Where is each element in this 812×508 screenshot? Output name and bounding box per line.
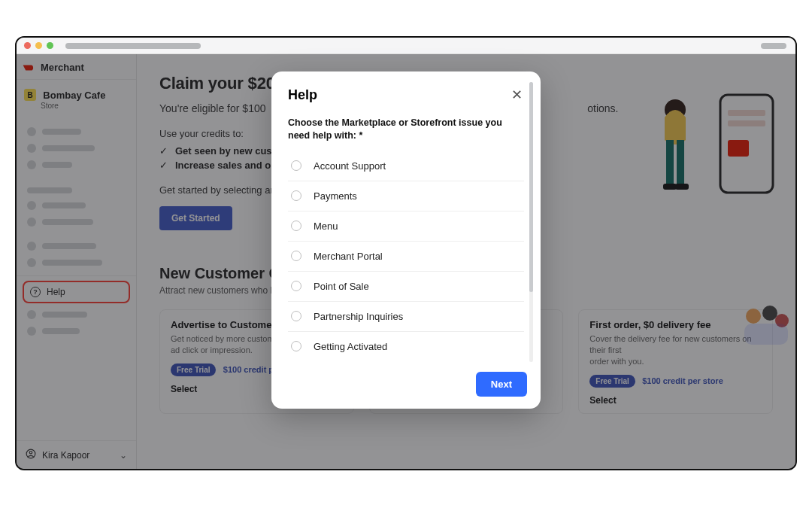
option-label: Getting Activated bbox=[314, 341, 387, 352]
modal-title: Help bbox=[288, 87, 317, 103]
radio-icon bbox=[291, 160, 301, 171]
help-options-list: Account Support Payments Menu Merchant P… bbox=[288, 151, 524, 361]
modal-prompt: Choose the Marketplace or Storefront iss… bbox=[288, 117, 524, 142]
help-option-getting-activated[interactable]: Getting Activated bbox=[288, 332, 524, 361]
option-label: Partnership Inquiries bbox=[314, 311, 403, 322]
window-close-dot[interactable] bbox=[24, 42, 31, 49]
help-option-menu[interactable]: Menu bbox=[288, 211, 524, 242]
next-button[interactable]: Next bbox=[476, 372, 527, 397]
help-option-payments[interactable]: Payments bbox=[288, 181, 524, 211]
radio-icon bbox=[291, 281, 301, 291]
radio-icon bbox=[291, 221, 301, 231]
option-label: Point of Sale bbox=[314, 281, 369, 292]
option-label: Account Support bbox=[314, 160, 386, 172]
window-title-bar bbox=[17, 38, 795, 54]
option-label: Payments bbox=[314, 190, 357, 202]
option-label: Merchant Portal bbox=[314, 251, 383, 262]
radio-icon bbox=[291, 190, 301, 201]
radio-icon bbox=[291, 341, 301, 351]
radio-icon bbox=[291, 251, 301, 261]
help-option-partnership-inquiries[interactable]: Partnership Inquiries bbox=[288, 302, 524, 332]
browser-window: Merchant B Bombay Cafe Store bbox=[15, 36, 797, 470]
close-icon[interactable]: ✕ bbox=[507, 85, 527, 105]
help-option-point-of-sale[interactable]: Point of Sale bbox=[288, 272, 524, 302]
option-label: Menu bbox=[314, 221, 338, 232]
help-modal: Help ✕ Choose the Marketplace or Storefr… bbox=[271, 71, 541, 409]
app-root: Merchant B Bombay Cafe Store bbox=[17, 54, 795, 469]
help-option-account-support[interactable]: Account Support bbox=[288, 151, 524, 181]
address-bar-placeholder bbox=[65, 43, 201, 49]
window-minimize-dot[interactable] bbox=[35, 42, 42, 49]
radio-icon bbox=[291, 311, 301, 321]
help-option-merchant-portal[interactable]: Merchant Portal bbox=[288, 242, 524, 272]
title-bar-right-placeholder bbox=[761, 43, 786, 49]
window-zoom-dot[interactable] bbox=[47, 42, 53, 49]
